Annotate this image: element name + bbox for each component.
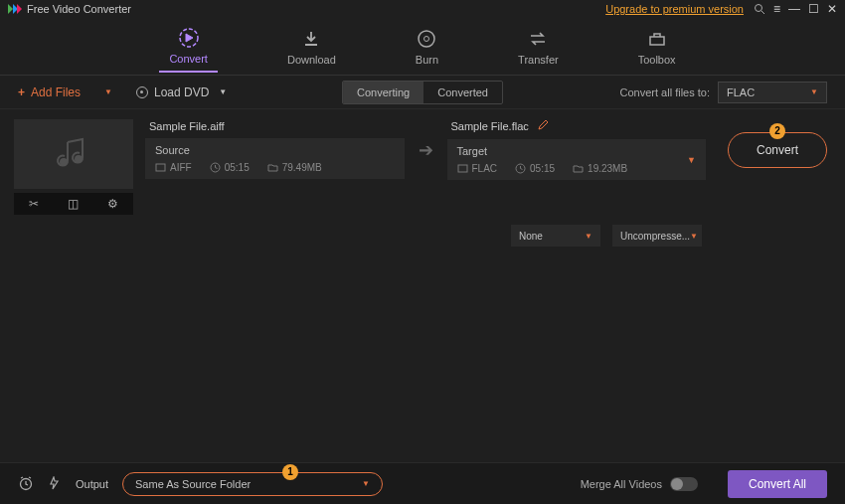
svg-rect-14 (458, 165, 467, 172)
svg-point-10 (60, 158, 68, 166)
source-format: AIFF (155, 162, 192, 173)
converted-tab[interactable]: Converted (423, 82, 502, 103)
svg-point-3 (755, 5, 761, 12)
audio-dropdown[interactable]: Uncompresse... ▼ (612, 225, 702, 247)
source-size: 79.49MB (267, 162, 322, 173)
chevron-down-icon: ▼ (585, 232, 592, 241)
status-segment: Converting Converted (342, 81, 503, 104)
target-format: FLAC (457, 163, 498, 174)
convert-all-label: Convert All (749, 477, 806, 491)
gpu-icon[interactable] (48, 476, 62, 492)
step-badge-1: 1 (282, 464, 298, 480)
source-title: Source (155, 144, 395, 156)
step-badge-2: 2 (769, 123, 785, 139)
arrow-icon: ➔ (419, 139, 433, 161)
disc-icon (136, 86, 148, 98)
convert-button-label: Convert (757, 143, 798, 157)
tab-burn[interactable]: Burn (406, 22, 448, 72)
search-icon[interactable] (754, 3, 765, 15)
svg-rect-12 (156, 164, 165, 171)
target-filename-row: Sample File.flac (447, 119, 707, 133)
audio-value: Uncompresse... (620, 231, 690, 242)
tab-download[interactable]: Download (277, 22, 346, 72)
svg-point-7 (419, 31, 434, 47)
merge-label: Merge All Videos (581, 478, 662, 490)
load-dvd-label: Load DVD (154, 85, 209, 99)
chevron-down-icon: ▼ (219, 87, 227, 96)
download-icon (300, 28, 322, 50)
format-dropdown[interactable]: FLAC ▼ (718, 82, 827, 103)
upgrade-link[interactable]: Upgrade to premium version (605, 3, 744, 15)
svg-point-11 (75, 155, 83, 163)
tab-toolbox-label: Toolbox (638, 54, 676, 66)
output-folder-dropdown[interactable]: Same As Source Folder ▼ 1 (122, 472, 383, 496)
convert-all-button[interactable]: Convert All (728, 470, 827, 498)
chevron-down-icon: ▼ (690, 232, 698, 241)
format-value: FLAC (727, 86, 755, 98)
main-tabs: Convert Download Burn Transfer Toolbox (0, 18, 845, 76)
file-list: ✂ ◫ ⚙ Sample File.aiff Source AIFF 05:15… (0, 109, 845, 247)
burn-icon (416, 28, 437, 50)
convert-button[interactable]: Convert 2 (728, 132, 827, 168)
tab-download-label: Download (287, 54, 336, 66)
svg-marker-6 (186, 34, 193, 42)
app-logo-icon (8, 4, 22, 14)
convert-all-to-label: Convert all files to: (620, 86, 710, 98)
footer: Output Same As Source Folder ▼ 1 Merge A… (0, 462, 845, 504)
chevron-down-icon[interactable]: ▼ (687, 155, 696, 165)
target-block: Sample File.flac Target FLAC 05:15 19.23… (447, 119, 707, 180)
output-label: Output (76, 478, 108, 490)
sub-dropdown-row: None ▼ Uncompresse... ▼ (14, 225, 702, 247)
toolbox-icon (646, 28, 668, 50)
tab-transfer[interactable]: Transfer (508, 22, 569, 72)
load-dvd-button[interactable]: Load DVD ▼ (136, 85, 227, 99)
tab-convert-label: Convert (169, 53, 208, 65)
toolbar: + Add Files ▼ Load DVD ▼ Converting Conv… (0, 76, 845, 109)
svg-point-8 (424, 36, 429, 41)
music-icon (56, 136, 91, 172)
menu-icon[interactable]: ≡ (773, 2, 780, 16)
tab-transfer-label: Transfer (518, 54, 559, 66)
tab-convert[interactable]: Convert (159, 21, 218, 73)
transfer-icon (527, 28, 549, 50)
svg-marker-0 (8, 4, 13, 14)
plus-icon: + (18, 85, 25, 99)
schedule-icon[interactable] (18, 475, 34, 493)
file-details: Sample File.aiff Source AIFF 05:15 79.49… (145, 119, 831, 180)
source-filename: Sample File.aiff (145, 120, 405, 132)
svg-line-4 (761, 11, 764, 14)
source-panel: Source AIFF 05:15 79.49MB (145, 138, 405, 179)
subtitle-value: None (519, 231, 543, 242)
file-thumbnail[interactable] (14, 119, 133, 189)
close-icon[interactable]: ✕ (827, 2, 837, 16)
add-files-button[interactable]: + Add Files ▼ (18, 85, 112, 99)
converting-tab[interactable]: Converting (343, 82, 423, 103)
merge-toggle[interactable] (670, 477, 698, 491)
cut-icon[interactable]: ✂ (29, 197, 39, 211)
target-filename: Sample File.flac (451, 120, 529, 132)
edit-toolstrip: ✂ ◫ ⚙ (14, 193, 133, 215)
svg-rect-9 (650, 37, 664, 45)
chevron-down-icon: ▼ (362, 479, 370, 488)
file-item: ✂ ◫ ⚙ Sample File.aiff Source AIFF 05:15… (14, 119, 831, 215)
chevron-down-icon: ▼ (810, 87, 818, 96)
minimize-icon[interactable]: — (788, 2, 800, 16)
target-duration: 05:15 (515, 163, 555, 174)
merge-videos-row: Merge All Videos (581, 477, 698, 491)
app-title: Free Video Converter (27, 3, 131, 15)
settings-icon[interactable]: ⚙ (107, 197, 118, 211)
edit-name-icon[interactable] (537, 119, 549, 133)
tab-toolbox[interactable]: Toolbox (628, 22, 686, 72)
target-size: 19.23MB (573, 163, 627, 174)
output-folder-value: Same As Source Folder (135, 478, 251, 490)
add-files-label: Add Files (31, 85, 81, 99)
crop-icon[interactable]: ◫ (68, 197, 79, 211)
subtitle-dropdown[interactable]: None ▼ (511, 225, 600, 247)
convert-icon (178, 27, 200, 49)
maximize-icon[interactable]: ☐ (808, 2, 819, 16)
source-duration: 05:15 (210, 162, 250, 173)
target-panel[interactable]: Target FLAC 05:15 19.23MB ▼ (447, 139, 707, 180)
titlebar: Free Video Converter Upgrade to premium … (0, 0, 845, 18)
chevron-down-icon: ▼ (104, 87, 112, 96)
source-block: Sample File.aiff Source AIFF 05:15 79.49… (145, 120, 405, 179)
